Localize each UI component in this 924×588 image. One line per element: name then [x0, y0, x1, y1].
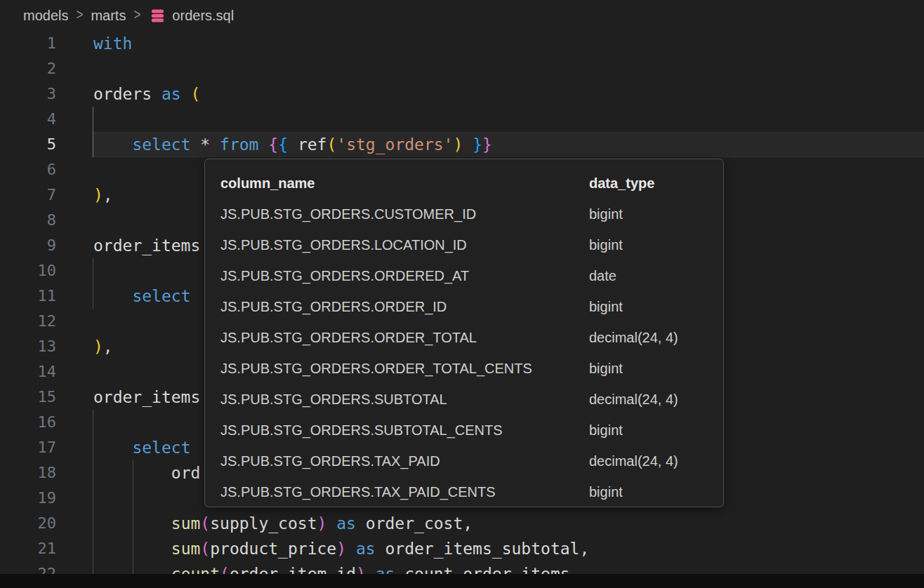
code-token: order_items — [93, 236, 200, 255]
code-token: select — [132, 135, 190, 154]
code-token: sum — [171, 540, 201, 558]
popup-header-data-type: data_type — [589, 175, 723, 192]
code-token: , — [103, 338, 113, 356]
code-line-1[interactable]: with — [0, 31, 924, 56]
column-name-cell: JS.PUB.STG_ORDERS.LOCATION_ID — [220, 237, 589, 253]
code-token: order_cost — [366, 514, 463, 533]
code-token: with — [93, 34, 132, 53]
data-type-cell: decimal(24, 4) — [589, 453, 723, 469]
data-type-cell: bigint — [589, 484, 723, 500]
code-line-4[interactable] — [0, 107, 924, 132]
code-token: ( — [191, 85, 201, 103]
code-token: ref — [298, 135, 327, 154]
column-info-popup: column_name data_type JS.PUB.STG_ORDERS.… — [204, 159, 724, 507]
code-token: , — [103, 186, 113, 204]
code-token: ord — [171, 464, 201, 482]
code-token: { — [278, 135, 288, 154]
code-token: product_price — [210, 540, 336, 558]
code-token — [190, 135, 200, 154]
code-token — [288, 135, 298, 154]
code-token — [463, 135, 473, 154]
code-token: supply_cost — [210, 514, 317, 533]
code-token — [376, 540, 385, 558]
table-row: JS.PUB.STG_ORDERS.ORDERED_ATdate — [205, 260, 723, 291]
panel-edge — [0, 574, 924, 588]
code-token: order_items — [93, 388, 200, 406]
table-row: JS.PUB.STG_ORDERS.LOCATION_IDbigint — [205, 229, 723, 260]
code-line-21[interactable]: sum(product_price) as order_items_subtot… — [0, 536, 924, 561]
popup-header-column-name: column_name — [220, 175, 589, 192]
code-line-2[interactable] — [0, 56, 924, 81]
code-token: ( — [200, 514, 210, 533]
data-type-cell: date — [589, 268, 723, 284]
code-token: from — [220, 135, 258, 154]
code-token — [93, 514, 171, 533]
code-token — [326, 514, 336, 533]
column-name-cell: JS.PUB.STG_ORDERS.ORDER_TOTAL_CENTS — [220, 361, 589, 377]
code-token: ) — [93, 186, 103, 204]
code-token: ) — [93, 338, 103, 356]
data-type-cell: decimal(24, 4) — [589, 330, 723, 346]
code-token: orders — [93, 85, 152, 103]
code-token: select — [132, 287, 190, 305]
code-editor[interactable]: 12345678910111213141516171819202122 with… — [0, 0, 924, 588]
code-token — [152, 85, 161, 103]
data-type-cell: bigint — [589, 206, 723, 222]
code-token: } — [473, 135, 482, 154]
column-name-cell: JS.PUB.STG_ORDERS.ORDERED_AT — [220, 268, 589, 284]
code-token: select — [132, 439, 190, 457]
code-token: , — [463, 514, 473, 533]
table-row: JS.PUB.STG_ORDERS.TAX_PAID_CENTSbigint — [205, 476, 723, 507]
code-line-5[interactable]: select * from {{ ref('stg_orders') }} — [0, 132, 924, 157]
popup-header-row: column_name data_type — [205, 168, 723, 199]
code-token — [181, 85, 191, 103]
table-row: JS.PUB.STG_ORDERS.ORDER_TOTAL_CENTSbigin… — [205, 353, 723, 384]
code-token: ( — [200, 540, 210, 558]
column-name-cell: JS.PUB.STG_ORDERS.ORDER_ID — [220, 299, 589, 315]
table-row: JS.PUB.STG_ORDERS.TAX_PAIDdecimal(24, 4) — [205, 446, 723, 476]
data-type-cell: bigint — [589, 422, 723, 439]
code-token — [356, 514, 366, 533]
table-row: JS.PUB.STG_ORDERS.ORDER_TOTALdecimal(24,… — [205, 322, 723, 353]
code-token — [346, 540, 356, 558]
data-type-cell: decimal(24, 4) — [589, 392, 723, 408]
code-token: , — [579, 540, 589, 558]
code-token: ) — [336, 540, 346, 558]
column-name-cell: JS.PUB.STG_ORDERS.SUBTOTAL_CENTS — [220, 422, 589, 439]
code-token: ( — [326, 135, 336, 154]
code-token: as — [356, 540, 376, 558]
table-row: JS.PUB.STG_ORDERS.ORDER_IDbigint — [205, 291, 723, 322]
code-token: as — [161, 85, 181, 103]
code-token: * — [200, 135, 210, 154]
data-type-cell: bigint — [589, 299, 723, 315]
code-token — [93, 540, 171, 558]
code-token — [93, 464, 171, 482]
code-token: { — [268, 135, 278, 154]
code-token — [93, 135, 132, 154]
column-name-cell: JS.PUB.STG_ORDERS.TAX_PAID_CENTS — [220, 484, 589, 500]
code-token — [210, 135, 220, 154]
column-name-cell: JS.PUB.STG_ORDERS.ORDER_TOTAL — [220, 330, 589, 346]
code-token — [93, 439, 132, 457]
code-token — [258, 135, 268, 154]
code-token: order_items_subtotal — [385, 540, 579, 558]
column-name-cell: JS.PUB.STG_ORDERS.TAX_PAID — [220, 453, 589, 469]
column-name-cell: JS.PUB.STG_ORDERS.SUBTOTAL — [220, 392, 589, 408]
code-line-3[interactable]: orders as ( — [0, 81, 924, 107]
code-token: sum — [171, 514, 201, 533]
code-line-20[interactable]: sum(supply_cost) as order_cost, — [0, 511, 924, 536]
code-token: } — [482, 135, 492, 154]
code-token: 'stg_orders' — [336, 135, 453, 154]
column-name-cell: JS.PUB.STG_ORDERS.CUSTOMER_ID — [220, 206, 589, 222]
code-token: ) — [453, 135, 463, 154]
code-token — [93, 287, 132, 305]
table-row: JS.PUB.STG_ORDERS.CUSTOMER_IDbigint — [205, 199, 723, 229]
code-token: ) — [317, 514, 327, 533]
data-type-cell: bigint — [589, 361, 723, 377]
data-type-cell: bigint — [589, 237, 723, 253]
code-token: as — [336, 514, 356, 533]
table-row: JS.PUB.STG_ORDERS.SUBTOTALdecimal(24, 4) — [205, 384, 723, 415]
table-row: JS.PUB.STG_ORDERS.SUBTOTAL_CENTSbigint — [205, 415, 723, 446]
